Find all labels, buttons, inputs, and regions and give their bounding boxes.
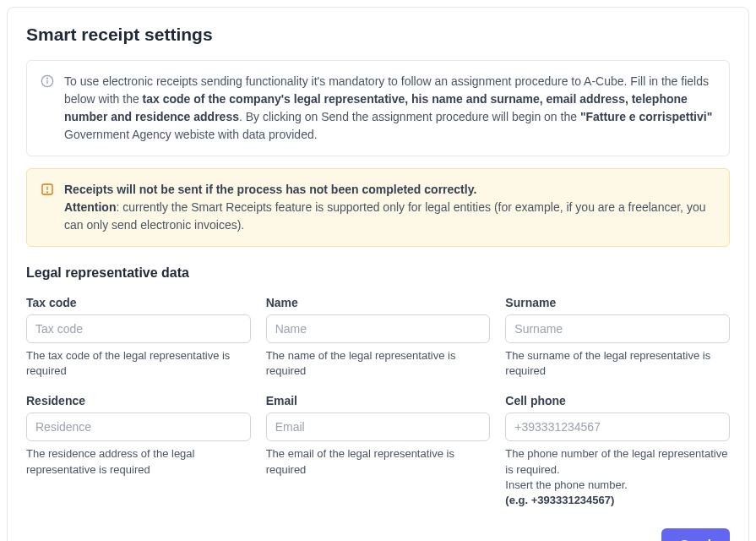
warning-icon [41,183,54,234]
field-email: Email The email of the legal representat… [266,394,491,508]
info-icon [41,74,54,144]
email-helper: The email of the legal representative is… [266,446,491,477]
info-banner-text: To use electronic receipts sending funct… [64,73,715,144]
settings-card: Smart receipt settings To use electronic… [7,7,749,541]
email-input[interactable] [266,413,491,441]
name-input[interactable] [266,314,491,343]
info-banner: To use electronic receipts sending funct… [26,60,730,156]
tax-code-input[interactable] [26,314,251,343]
residence-helper: The residence address of the legal repre… [26,446,251,477]
warning-banner: Receipts will not be sent if the process… [26,168,730,247]
field-name: Name The name of the legal representativ… [266,296,491,379]
tax-code-label: Tax code [26,296,251,309]
form-grid: Tax code The tax code of the legal repre… [26,296,730,508]
email-label: Email [266,394,491,407]
field-residence: Residence The residence address of the l… [26,394,251,508]
phone-label: Cell phone [505,394,730,407]
actions-row: Send [26,528,730,541]
send-button[interactable]: Send [661,528,730,541]
surname-input[interactable] [505,314,730,343]
svg-point-2 [47,78,48,79]
residence-label: Residence [26,394,251,407]
name-label: Name [266,296,491,309]
name-helper: The name of the legal representative is … [266,348,491,379]
phone-helper: The phone number of the legal representa… [505,446,730,508]
warning-banner-text: Receipts will not be sent if the process… [64,181,715,234]
field-tax-code: Tax code The tax code of the legal repre… [26,296,251,379]
surname-helper: The surname of the legal representative … [505,348,730,379]
surname-label: Surname [505,296,730,309]
phone-input[interactable] [505,413,730,441]
tax-code-helper: The tax code of the legal representative… [26,348,251,379]
svg-point-5 [47,192,48,193]
field-phone: Cell phone The phone number of the legal… [505,394,730,508]
section-title: Legal representative data [26,265,730,281]
field-surname: Surname The surname of the legal represe… [505,296,730,379]
page-title: Smart receipt settings [26,25,730,45]
residence-input[interactable] [26,413,251,441]
